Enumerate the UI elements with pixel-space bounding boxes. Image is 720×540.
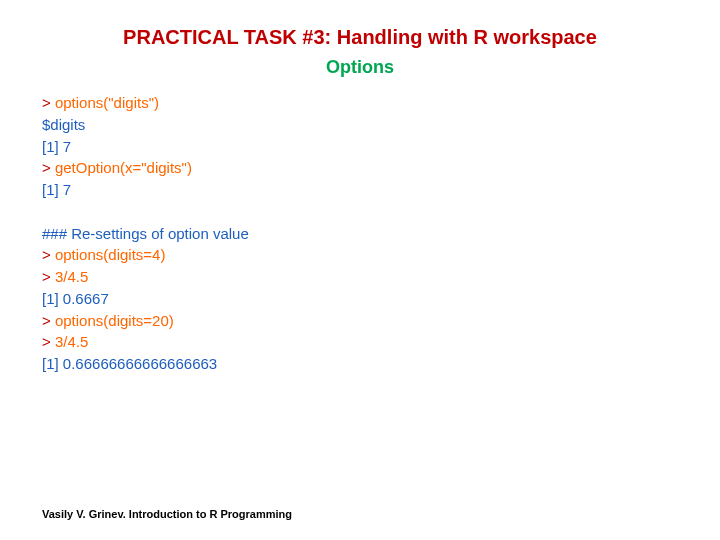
footer-text: Vasily V. Grinev. Introduction to R Prog… (42, 508, 292, 520)
code-line: > getOption(x="digits") (42, 157, 720, 179)
code-line: > options("digits") (42, 92, 720, 114)
code-block: > options("digits") $digits [1] 7 > getO… (42, 92, 720, 375)
prompt: > (42, 246, 51, 263)
command-text: options("digits") (51, 94, 159, 111)
output-line: [1] 7 (42, 179, 720, 201)
blank-line (42, 201, 720, 223)
command-text: getOption(x="digits") (51, 159, 192, 176)
command-text: 3/4.5 (51, 268, 89, 285)
page-subtitle: Options (0, 57, 720, 78)
output-line: $digits (42, 114, 720, 136)
command-text: options(digits=20) (51, 312, 174, 329)
code-line: > 3/4.5 (42, 331, 720, 353)
code-line: > options(digits=4) (42, 244, 720, 266)
prompt: > (42, 268, 51, 285)
output-line: [1] 7 (42, 136, 720, 158)
prompt: > (42, 94, 51, 111)
command-text: options(digits=4) (51, 246, 166, 263)
prompt: > (42, 312, 51, 329)
prompt: > (42, 159, 51, 176)
command-text: 3/4.5 (51, 333, 89, 350)
code-line: > options(digits=20) (42, 310, 720, 332)
prompt: > (42, 333, 51, 350)
output-line: [1] 0.6667 (42, 288, 720, 310)
comment-line: ### Re-settings of option value (42, 223, 720, 245)
page-title: PRACTICAL TASK #3: Handling with R works… (0, 0, 720, 49)
output-line: [1] 0.66666666666666663 (42, 353, 720, 375)
code-line: > 3/4.5 (42, 266, 720, 288)
